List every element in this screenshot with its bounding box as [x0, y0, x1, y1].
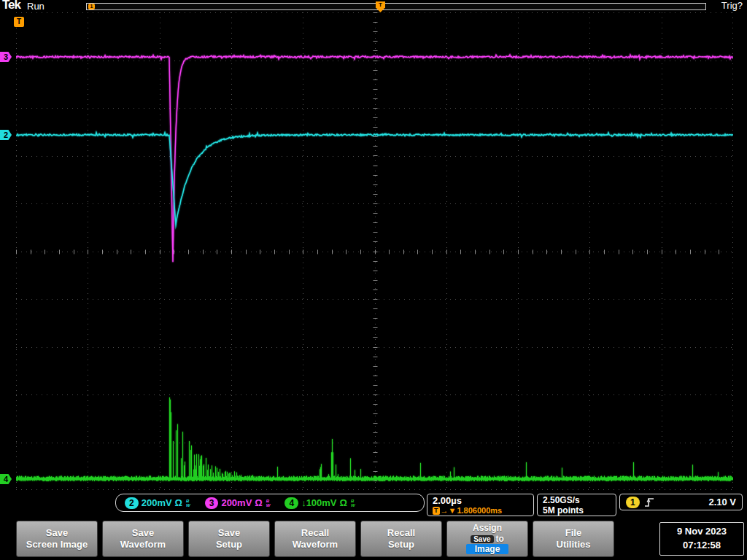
ch3-scale: 200mV — [221, 497, 252, 508]
trigger-level-value: 2.10 V — [708, 497, 736, 508]
time-value: 07:12:58 — [683, 539, 721, 553]
trigger-level-marker: T — [14, 17, 24, 27]
ch4-badge: 4 — [285, 497, 298, 509]
record-length: 5M points — [543, 505, 611, 516]
ch3-badge: 3 — [205, 497, 219, 509]
ch3-coupling: Ω — [255, 497, 262, 508]
trigger-position-marker: T — [376, 1, 385, 12]
status-bar: 2 200mV Ω BW 3 200mV Ω BW 4 ↓100mV Ω — [0, 493, 747, 518]
menu-button-recall-waveform[interactable]: Recall Waveform — [274, 521, 356, 557]
menu-button-save-setup[interactable]: Save Setup — [188, 521, 270, 557]
bottom-menu: Save Screen Image Save Waveform Save Set… — [0, 519, 747, 560]
ch2-readout: 2 200mV Ω BW — [125, 497, 190, 509]
menu-button-save-screen-image[interactable]: Save Screen Image — [16, 521, 98, 557]
timebase-value: 2.00µs — [433, 495, 528, 506]
channel-2-marker: 2 — [0, 130, 12, 140]
trigger-readout: 1 2.10 V — [619, 494, 743, 510]
ch2-scale: 200mV — [142, 497, 172, 508]
delay-t-icon: T — [433, 507, 440, 515]
delay-readout: T→▼1.806000ms — [433, 506, 528, 515]
channel-readouts: 2 200mV Ω BW 3 200mV Ω BW 4 ↓100mV Ω — [115, 494, 425, 512]
menu-button-file-utilities[interactable]: File Utilities — [533, 521, 614, 557]
ch4-scale: ↓100mV — [301, 497, 336, 508]
date-value: 9 Nov 2023 — [677, 525, 727, 539]
delay-arrow-icon: →▼ — [441, 506, 457, 515]
datetime-display: 9 Nov 2023 07:12:58 — [659, 522, 744, 556]
graticule — [16, 12, 733, 490]
ch4-bandwidth-icon: BW — [351, 499, 355, 508]
channel-3-marker: 3 — [0, 52, 12, 62]
menu-button-save-waveform[interactable]: Save Waveform — [102, 521, 184, 557]
ch4-coupling: Ω — [340, 497, 347, 508]
menu-button-recall-setup[interactable]: Recall Setup — [360, 521, 442, 557]
menu-button-assign-save-to-image[interactable]: Assign Saveto Image — [446, 521, 528, 557]
waveform-canvas — [16, 12, 733, 490]
ch3-bandwidth-icon: BW — [266, 499, 271, 508]
trigger-source-badge: 1 — [626, 497, 640, 508]
save-badge-icon: Save — [471, 535, 493, 543]
acquisition-status: Run — [27, 1, 44, 12]
channel-4-marker: 4 — [0, 474, 12, 484]
oscilloscope-screen: Tek Run 1 T Trig? T 3 2 4 2 200mV Ω BW 3… — [0, 0, 747, 560]
ch2-bandwidth-icon: BW — [186, 499, 190, 508]
tek-logo: Tek — [2, 0, 20, 12]
ch2-badge: 2 — [125, 497, 139, 509]
trigger-status: Trig? — [721, 0, 743, 11]
rising-edge-icon — [644, 497, 654, 508]
record-expansion-marker: 1 — [88, 4, 95, 9]
assign-target-highlight: Image — [466, 544, 509, 554]
delay-value: 1.806000ms — [457, 506, 502, 515]
record-view-bar: 1 — [86, 3, 706, 10]
sample-rate: 2.50GS/s — [543, 495, 611, 505]
ch3-readout: 3 200mV Ω BW — [205, 497, 271, 509]
ch2-coupling: Ω — [175, 497, 182, 508]
acquisition-readout: 2.50GS/s 5M points — [537, 494, 616, 516]
horizontal-readout: 2.00µs T→▼1.806000ms — [427, 494, 534, 516]
ch4-readout: 4 ↓100mV Ω BW — [285, 497, 355, 509]
